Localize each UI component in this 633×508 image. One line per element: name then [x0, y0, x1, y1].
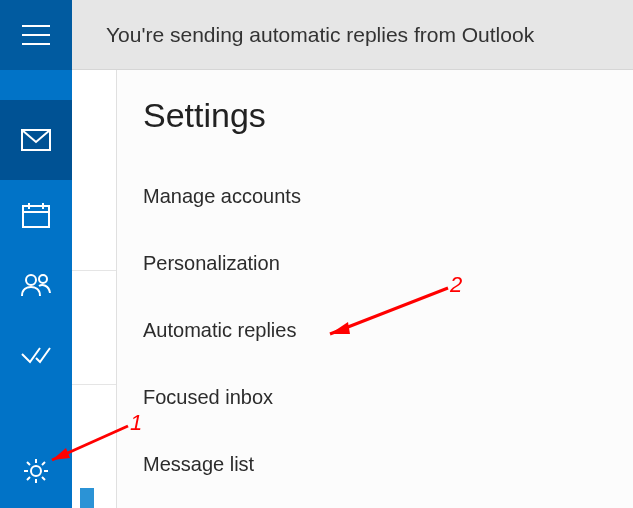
svg-point-14 — [26, 275, 36, 285]
svg-point-15 — [39, 275, 47, 283]
auto-reply-banner[interactable]: You're sending automatic replies from Ou… — [72, 0, 633, 70]
todo-button[interactable] — [0, 320, 72, 390]
people-button[interactable] — [0, 250, 72, 320]
settings-button[interactable] — [0, 436, 72, 506]
selection-indicator — [80, 488, 94, 508]
app-root: You're sending automatic replies from Ou… — [0, 0, 633, 508]
todo-icon — [21, 344, 51, 366]
svg-point-16 — [31, 466, 41, 476]
settings-item-automatic-replies[interactable]: Automatic replies — [143, 297, 633, 364]
people-icon — [21, 273, 51, 297]
settings-title: Settings — [143, 96, 633, 135]
settings-panel: Settings Manage accounts Personalization… — [116, 70, 633, 508]
mail-button[interactable] — [0, 100, 72, 180]
svg-rect-4 — [23, 206, 49, 227]
settings-item-manage-accounts[interactable]: Manage accounts — [143, 163, 633, 230]
calendar-icon — [22, 202, 50, 228]
settings-item-focused-inbox[interactable]: Focused inbox — [143, 364, 633, 431]
menu-button[interactable] — [0, 0, 72, 70]
content-column: You're sending automatic replies from Ou… — [72, 0, 633, 508]
body-area: Settings Manage accounts Personalization… — [72, 70, 633, 508]
settings-item-message-list[interactable]: Message list — [143, 431, 633, 498]
menu-icon — [22, 24, 50, 46]
list-gutter — [72, 70, 116, 508]
banner-text: You're sending automatic replies from Ou… — [106, 23, 534, 47]
mail-icon — [21, 129, 51, 151]
settings-item-personalization[interactable]: Personalization — [143, 230, 633, 297]
calendar-button[interactable] — [0, 180, 72, 250]
nav-rail — [0, 0, 72, 508]
gear-icon — [22, 457, 50, 485]
